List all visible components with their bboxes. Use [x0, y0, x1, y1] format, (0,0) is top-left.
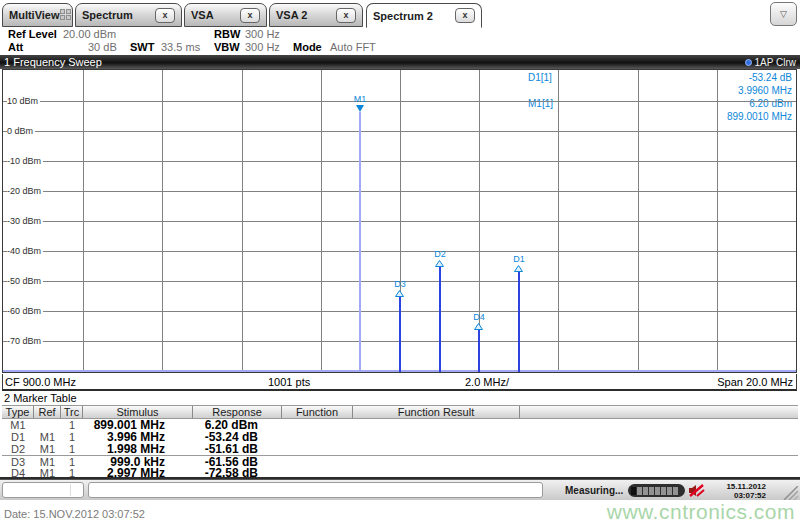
tab-spectrum-2[interactable]: Spectrum 2 x — [366, 3, 482, 28]
status-time: 03:07:52 — [726, 491, 766, 500]
marker-cell-trc: 1 — [61, 456, 83, 467]
watermark-text: www.cntronics.com — [607, 500, 795, 524]
marker-cell-type: D1 — [2, 431, 34, 443]
marker-cell-stim: 2.997 MHz — [83, 467, 193, 479]
span-value[interactable]: Span 20.0 MHz — [717, 376, 793, 388]
marker-cell-type: D2 — [2, 443, 34, 455]
marker-table-title: 2 Marker Table — [4, 392, 77, 404]
y-axis-tick-label: -50 dBm — [7, 276, 43, 286]
marker-d2-icon[interactable] — [435, 260, 444, 267]
col-function-result: Function Result — [353, 406, 520, 418]
marker-cell-ref: M1 — [34, 431, 61, 443]
trace-indicator-label: 1AP Clrw — [755, 57, 797, 68]
tab-vsa[interactable]: VSA x — [184, 3, 267, 27]
tab-spectrum[interactable]: Spectrum x — [75, 3, 182, 27]
col-response: Response — [193, 406, 282, 418]
trace-peak-d1 — [518, 272, 520, 373]
marker-cell-fres — [353, 443, 520, 455]
grid-hline — [3, 131, 797, 132]
col-type: Type — [2, 406, 34, 418]
marker-table-row: D4M112.997 MHz-72.58 dB — [2, 467, 798, 479]
rbw-value[interactable]: 300 Hz — [245, 28, 280, 40]
sweep-progress-bar — [628, 484, 685, 497]
marker-label-d2: D2 — [429, 250, 451, 259]
readout-d1-value: -53.24 dB — [749, 73, 792, 83]
status-clock: 15.11.2012 03:07:52 — [726, 482, 766, 500]
y-axis-tick-label: -60 dBm — [7, 306, 43, 316]
status-message-field — [88, 482, 543, 498]
marker-table-header: Type Ref Trc Stimulus Response Function … — [2, 405, 798, 419]
readout-d1-label: D1[1] — [528, 73, 552, 83]
tab-label: Spectrum 2 — [373, 10, 433, 22]
marker-m1-icon[interactable] — [356, 105, 364, 112]
close-icon[interactable]: x — [455, 8, 475, 23]
vbw-value[interactable]: 300 Hz — [245, 41, 280, 53]
marker-cell-fres — [353, 456, 520, 467]
marker-cell-fres — [353, 467, 520, 479]
marker-label-d1: D1 — [508, 255, 530, 264]
grid-hline — [3, 161, 797, 162]
att-value[interactable]: 30 dB — [88, 41, 117, 53]
close-icon[interactable]: x — [240, 8, 260, 23]
trace-peak-m1 — [359, 112, 361, 373]
y-axis-tick-label: -70 dBm — [7, 336, 43, 346]
y-axis-tick-label: -10 dBm — [7, 156, 43, 166]
trace-peak-d4 — [478, 330, 480, 373]
marker-cell-ref — [34, 419, 61, 431]
readout-m1-freq: 899.0010 MHz — [727, 112, 792, 122]
marker-cell-stim: 1.998 MHz — [83, 443, 193, 455]
tab-label: VSA — [191, 9, 214, 21]
marker-cell-ref: M1 — [34, 443, 61, 455]
marker-cell-type: D4 — [2, 467, 34, 479]
col-trc: Trc — [61, 406, 83, 418]
marker-cell-func — [282, 443, 353, 455]
status-date: 15.11.2012 — [726, 482, 766, 491]
y-axis-tick-label: -30 dBm — [7, 216, 43, 226]
trace-peak-d2 — [439, 267, 441, 373]
col-stimulus: Stimulus — [83, 406, 193, 418]
tab-multiview[interactable]: MultiView — [2, 3, 73, 27]
trace-peak-d3 — [399, 297, 401, 373]
marker-label-d3: D3 — [389, 280, 411, 289]
multiview-grid-icon — [60, 9, 71, 21]
att-label: Att — [8, 41, 23, 53]
tab-label: VSA 2 — [276, 9, 307, 21]
marker-cell-ref: M1 — [34, 456, 61, 467]
marker-d4-icon[interactable] — [474, 323, 483, 330]
tab-vsa-2[interactable]: VSA 2 x — [269, 3, 363, 27]
spectrum-plot[interactable]: D1[1] -53.24 dB 3.9960 MHz M1[1] 6.20 dB… — [2, 69, 797, 373]
col-function: Function — [282, 406, 353, 418]
rbw-label: RBW — [214, 28, 240, 40]
ref-level-value[interactable]: 20.00 dBm — [63, 28, 116, 40]
channel-tab-bar: MultiView Spectrum x VSA x VSA 2 x Spect… — [0, 0, 800, 27]
trace-indicator: 1AP Clrw — [745, 57, 797, 68]
marker-table-window: 2 Marker Table Type Ref Trc Stimulus Res… — [0, 391, 800, 479]
marker-cell-func — [282, 456, 353, 467]
y-axis-tick-label: 10 dBm — [7, 96, 40, 106]
ref-level-label: Ref Level — [8, 28, 57, 40]
window1-title-bar[interactable]: 1 Frequency Sweep 1AP Clrw — [0, 55, 800, 69]
resize-grip-icon[interactable] — [774, 486, 798, 500]
marker-cell-resp: -72.58 dB — [193, 467, 282, 479]
marker-label-d4: D4 — [468, 313, 490, 322]
tab-label: Spectrum — [82, 9, 133, 21]
close-icon[interactable]: x — [155, 8, 175, 23]
marker-cell-fres — [353, 431, 520, 443]
marker-table-row: D2M111.998 MHz-51.61 dB — [2, 443, 798, 455]
center-frequency[interactable]: CF 900.0 MHz — [5, 376, 76, 388]
marker-cell-type: M1 — [2, 419, 34, 431]
status-field-left — [2, 482, 84, 498]
grid-hline — [3, 101, 797, 102]
grid-hline — [3, 221, 797, 222]
marker-d1-icon[interactable] — [514, 265, 523, 272]
spectrum-analyzer-screen: MultiView Spectrum x VSA x VSA 2 x Spect… — [0, 0, 800, 525]
mode-label: Mode — [293, 41, 322, 53]
marker-cell-func — [282, 419, 353, 431]
marker-d3-icon[interactable] — [395, 290, 404, 297]
close-icon[interactable]: x — [336, 8, 356, 23]
screenshot-date-text: Date: 15.NOV.2012 03:07:52 — [4, 508, 145, 520]
tab-list-dropdown-button[interactable]: ▽ — [770, 2, 797, 26]
mode-value[interactable]: Auto FFT — [330, 41, 376, 53]
swt-value[interactable]: 33.5 ms — [161, 41, 200, 53]
marker-cell-resp: -51.61 dB — [193, 443, 282, 455]
